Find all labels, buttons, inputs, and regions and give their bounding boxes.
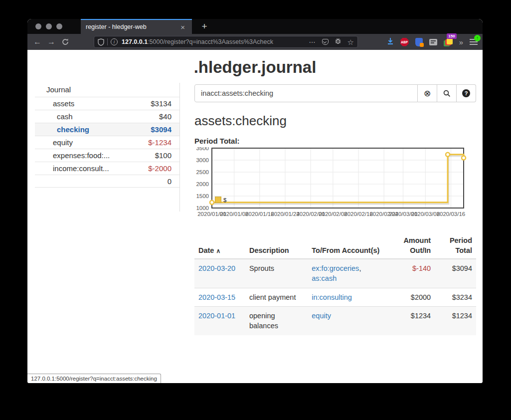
downloads-icon[interactable] [387,37,394,47]
site-info-icon[interactable]: i [111,38,118,45]
tab-close-icon[interactable]: × [178,23,187,31]
account-name[interactable]: assets [35,97,151,110]
close-window-button[interactable] [35,23,41,29]
search-button[interactable] [437,84,457,102]
period-total-value: $3234 [435,288,476,306]
sidebar-item-assets[interactable]: assets $3134 [35,97,179,110]
svg-text:2500: 2500 [196,169,209,175]
register-row: 2020-03-20 Sprouts ex:fo:groceries,as:ca… [194,259,476,288]
account-balance: $-2000 [148,162,171,175]
sort-asc-icon: ∧ [216,247,220,254]
tab-manager-icon[interactable]: 150 [444,38,453,46]
svg-text:2020/01/16: 2020/01/16 [245,211,274,217]
chart-legend: $ [215,197,226,203]
svg-text:2020/02/16: 2020/02/16 [344,211,373,217]
journal-title: .hledger.journal [27,58,483,77]
account-link[interactable]: in:consulting [312,293,352,301]
header-date[interactable]: Date ∧ [194,233,245,259]
account-separator: , [359,264,361,272]
tracking-protection-shield-icon[interactable] [98,38,104,46]
clear-search-button[interactable]: ⊗ [418,84,437,102]
transaction-date-link[interactable]: 2020-03-15 [198,293,235,301]
overflow-menu-icon[interactable]: » [459,38,463,46]
svg-text:2000: 2000 [196,181,209,187]
transaction-date-link[interactable]: 2020-03-20 [198,264,235,272]
account-name[interactable]: cash [35,110,159,123]
container-extension-icon[interactable] [429,39,437,45]
account-name [35,175,168,187]
period-total-chart: 1000150020002500300035002020/01/012020/0… [194,147,476,222]
svg-text:1000: 1000 [196,205,209,211]
account-name[interactable]: checking [35,123,151,136]
account-balance: $3134 [151,97,171,110]
main-column: ⊗ ? assets:checking Period Total: 100015… [194,84,476,335]
legend-label: $ [223,197,226,203]
sidebar-item-checking[interactable]: checking $3094 [35,123,179,136]
reload-icon[interactable] [58,34,72,50]
chart-plot-area: 1000150020002500300035002020/01/012020/0… [194,147,476,223]
hamburger-menu-icon[interactable]: ↑ [470,38,478,45]
header-amount: Amount Out/In [387,233,435,259]
svg-text:2020/03/16: 2020/03/16 [437,211,466,217]
status-bar-link-preview: 127.0.0.1:5000/register?q=inacct:assets:… [27,374,161,383]
chart-title: Period Total: [194,137,476,145]
urlbar-divider [107,38,108,45]
bookmark-star-icon[interactable]: ☆ [347,38,354,46]
transaction-description: client payment [245,288,308,306]
new-tab-button[interactable]: + [196,19,213,34]
sidebar-item-equity[interactable]: equity $-1234 [35,136,179,149]
browser-window: register - hledger-web × + ← → i 127.0.0… [27,19,483,383]
account-name[interactable]: income:consult... [35,162,148,175]
transaction-date-link[interactable]: 2020-01-01 [198,312,235,320]
transaction-description: opening balances [245,307,308,335]
transaction-amount: $-140 [387,259,435,288]
account-balance: 0 [168,175,171,187]
bug-extension-icon[interactable] [335,37,341,46]
search-help-button[interactable]: ? [457,84,476,102]
account-name[interactable]: equity [35,136,148,149]
svg-text:3000: 3000 [196,157,209,163]
minimize-window-button[interactable] [46,23,52,29]
account-link[interactable]: as:cash [312,274,337,282]
zoom-window-button[interactable] [56,23,62,29]
svg-text:2020/02/08: 2020/02/08 [319,211,347,217]
account-balance: $40 [159,110,171,123]
url-bar[interactable]: i 127.0.0.1:5000/register?q=inacct%3Aass… [94,36,358,48]
account-name[interactable]: expenses:food:... [35,149,155,162]
register-row: 2020-03-15 client payment in:consulting … [194,288,476,306]
help-icon: ? [462,89,470,97]
accounts-sidebar: Journal assets $3134 cash $40 checking $… [35,83,180,211]
sidebar-item-income-consulting[interactable]: income:consult... $-2000 [35,162,179,175]
period-total-value: $1234 [435,307,476,335]
svg-text:1500: 1500 [196,193,209,199]
header-total: Period Total [435,233,476,259]
search-icon [443,90,451,97]
account-heading: assets:checking [194,113,476,129]
sidebar-item-expenses-food[interactable]: expenses:food:... $100 [35,149,179,162]
account-balance: $100 [155,149,171,162]
search-input[interactable] [194,84,418,102]
search-form: ⊗ ? [194,84,476,102]
sidebar-item-cash[interactable]: cash $40 [35,110,179,123]
sidebar-item-journal[interactable]: Journal [35,83,179,97]
svg-text:2020/01/08: 2020/01/08 [220,211,249,217]
tab-count-badge: 150 [447,33,456,39]
transaction-description: Sprouts [245,259,308,288]
adblock-plus-icon[interactable]: ABP [400,38,409,46]
clear-icon: ⊗ [424,88,431,99]
account-link[interactable]: ex:fo:groceries [312,264,359,272]
forward-icon[interactable]: → [44,34,58,50]
tab-title: register - hledger-web [86,23,178,30]
back-icon[interactable]: ← [30,34,44,50]
browser-tab[interactable]: register - hledger-web × [81,19,192,34]
register-table: Date ∧ Description To/From Account(s) Am… [194,233,476,335]
page-actions-icon[interactable]: ⋯ [309,38,316,46]
pocket-icon[interactable] [322,39,329,45]
account-link[interactable]: equity [312,312,331,320]
privacy-extension-icon[interactable] [415,38,423,46]
url-text[interactable]: 127.0.0.1:5000/register?q=inacct%3Aasset… [122,38,306,45]
title-bar: register - hledger-web × + [27,19,483,34]
transaction-amount: $2000 [387,288,435,306]
page-content: .hledger.journal Journal assets $3134 ca… [27,50,483,383]
sidebar-item-total: 0 [35,175,179,188]
